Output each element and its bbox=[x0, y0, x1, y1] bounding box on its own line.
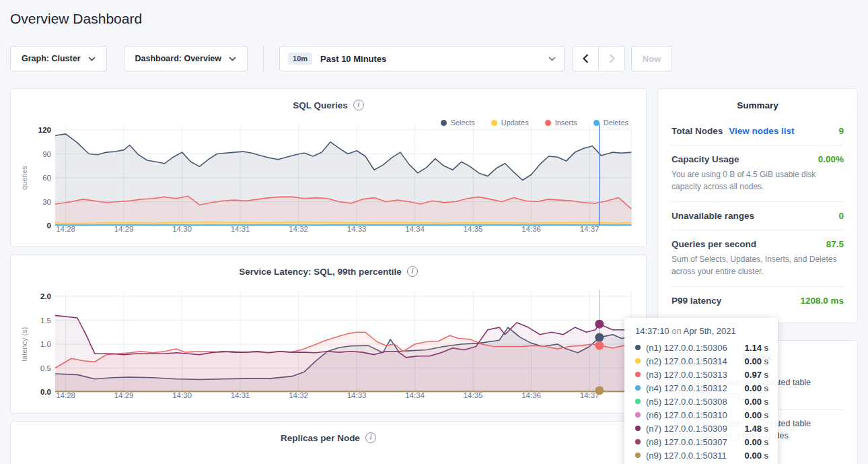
tooltip-row: (n2) 127.0.0.1:503140.00 s bbox=[635, 354, 768, 368]
toolbar-divider bbox=[263, 46, 264, 71]
summary-label: Total Nodes bbox=[672, 126, 723, 136]
svg-text:14:28: 14:28 bbox=[56, 225, 75, 233]
svg-text:14:30: 14:30 bbox=[172, 225, 192, 233]
tooltip-node: (n9) 127.0.0.1:50311 bbox=[646, 451, 739, 461]
tooltip-value: 0.00 s bbox=[745, 356, 768, 366]
tooltip-node: (n4) 127.0.0.1:50312 bbox=[646, 383, 739, 393]
replicas-title-row: Replicas per Node i bbox=[11, 422, 646, 443]
tooltip-node: (n8) 127.0.0.1:50307 bbox=[646, 437, 739, 447]
service-latency-chart[interactable]: 14:2814:2914:3014:3114:3214:3314:3414:35… bbox=[11, 290, 647, 407]
legend-item[interactable]: Selects bbox=[441, 119, 475, 127]
now-button[interactable]: Now bbox=[631, 46, 672, 71]
series-dot bbox=[635, 399, 641, 404]
service-latency-title-row: Service Latency: SQL, 99th percentile i bbox=[11, 255, 646, 277]
summary-label: Queries per second bbox=[672, 239, 756, 249]
info-icon[interactable]: i bbox=[365, 432, 376, 443]
svg-text:14:33: 14:33 bbox=[347, 391, 367, 399]
tooltip-value: 0.00 s bbox=[745, 451, 768, 461]
legend-dot bbox=[545, 120, 551, 126]
page-title: Overview Dashboard bbox=[10, 10, 868, 28]
svg-text:14:31: 14:31 bbox=[231, 391, 250, 399]
chart-title: SQL Queries bbox=[293, 100, 348, 110]
series-dot bbox=[635, 453, 641, 458]
tooltip-node: (n2) 127.0.0.1:50314 bbox=[646, 356, 739, 366]
svg-text:14:32: 14:32 bbox=[289, 391, 308, 399]
svg-text:1.5: 1.5 bbox=[40, 317, 51, 325]
summary-value: 9 bbox=[838, 126, 844, 136]
series-dot bbox=[635, 426, 641, 431]
summary-row-p99-latency: P99 latency 1208.0 ms bbox=[672, 287, 844, 314]
legend-item[interactable]: Inserts bbox=[545, 119, 577, 127]
tooltip-row: (n3) 127.0.0.1:503130.97 s bbox=[635, 368, 768, 381]
time-prev-button[interactable] bbox=[573, 46, 599, 71]
svg-text:14:29: 14:29 bbox=[114, 225, 134, 233]
sql-queries-title-row: SQL Queries i bbox=[11, 89, 646, 110]
info-icon[interactable]: i bbox=[353, 100, 364, 110]
summary-value: 87.5 bbox=[826, 239, 844, 249]
chevron-down-icon bbox=[548, 57, 556, 61]
graph-dropdown[interactable]: Graph: Cluster bbox=[10, 46, 107, 71]
sql-queries-card: SQL Queries i SelectsUpdatesInsertsDelet… bbox=[10, 88, 647, 247]
tooltip-timestamp: 14:37:10 on Apr 5th, 2021 bbox=[635, 326, 768, 336]
svg-text:14:31: 14:31 bbox=[231, 225, 250, 233]
legend-label: Deletes bbox=[604, 119, 628, 127]
view-nodes-list-link[interactable]: View nodes list bbox=[729, 126, 794, 136]
time-next-button[interactable] bbox=[599, 46, 624, 71]
tooltip-value: 1.48 s bbox=[745, 424, 768, 434]
series-dot bbox=[635, 412, 641, 418]
summary-value: 0 bbox=[838, 211, 844, 221]
svg-text:14:34: 14:34 bbox=[405, 225, 425, 233]
tooltip-value: 1.14 s bbox=[745, 343, 768, 353]
svg-text:0.5: 0.5 bbox=[40, 364, 51, 372]
series-dot bbox=[635, 439, 641, 444]
svg-text:14:37: 14:37 bbox=[580, 225, 600, 233]
svg-text:14:32: 14:32 bbox=[289, 225, 308, 233]
toolbar: Graph: Cluster Dashboard: Overview 10m P… bbox=[10, 46, 858, 71]
svg-text:14:35: 14:35 bbox=[464, 225, 483, 233]
svg-text:14:28: 14:28 bbox=[56, 391, 75, 399]
svg-text:queries: queries bbox=[20, 165, 28, 190]
summary-value: 0.00% bbox=[818, 154, 844, 164]
legend-dot bbox=[441, 120, 447, 126]
summary-panel: Summary Total Nodes View nodes list 9 Ca… bbox=[657, 88, 858, 323]
dashboard-dropdown[interactable]: Dashboard: Overview bbox=[124, 46, 248, 71]
sql-queries-chart[interactable]: 14:2814:2914:3014:3114:3214:3314:3414:35… bbox=[11, 123, 647, 241]
series-dot bbox=[635, 345, 641, 350]
svg-text:14:29: 14:29 bbox=[114, 391, 134, 399]
chart-tooltip: 14:37:10 on Apr 5th, 2021 (n1) 127.0.0.1… bbox=[624, 318, 778, 464]
summary-row-unavailable-ranges: Unavailable ranges 0 bbox=[672, 202, 844, 230]
svg-text:60: 60 bbox=[42, 174, 51, 182]
svg-text:14:34: 14:34 bbox=[405, 391, 425, 399]
svg-text:14:36: 14:36 bbox=[521, 225, 541, 233]
tooltip-node: (n6) 127.0.0.1:50310 bbox=[646, 410, 739, 420]
time-range-label: Past 10 Minutes bbox=[320, 54, 540, 64]
chart-title: Service Latency: SQL, 99th percentile bbox=[239, 267, 402, 277]
summary-value: 1208.0 ms bbox=[800, 296, 844, 306]
time-range-dropdown[interactable]: 10m Past 10 Minutes bbox=[279, 46, 565, 71]
chevron-down-icon bbox=[88, 57, 96, 61]
graph-dropdown-label: Graph: Cluster bbox=[22, 54, 81, 63]
tooltip-rows: (n1) 127.0.0.1:503061.14 s(n2) 127.0.0.1… bbox=[635, 341, 768, 462]
time-range-badge: 10m bbox=[288, 53, 312, 65]
legend-label: Selects bbox=[451, 119, 475, 127]
svg-text:0: 0 bbox=[47, 222, 51, 230]
svg-text:14:36: 14:36 bbox=[521, 391, 541, 399]
tooltip-row: (n1) 127.0.0.1:503061.14 s bbox=[635, 341, 768, 354]
service-latency-card: Service Latency: SQL, 99th percentile i … bbox=[10, 255, 647, 413]
svg-text:14:35: 14:35 bbox=[464, 391, 483, 399]
chevron-left-icon bbox=[583, 54, 589, 63]
summary-heading: Summary bbox=[672, 89, 844, 117]
info-icon[interactable]: i bbox=[407, 266, 418, 277]
svg-text:latency (s): latency (s) bbox=[20, 327, 28, 362]
tooltip-value: 0.00 s bbox=[745, 383, 768, 393]
svg-text:14:33: 14:33 bbox=[347, 225, 367, 233]
summary-row-total-nodes: Total Nodes View nodes list 9 bbox=[672, 117, 844, 145]
tooltip-node: (n3) 127.0.0.1:50313 bbox=[646, 370, 739, 380]
tooltip-node: (n1) 127.0.0.1:50306 bbox=[646, 343, 739, 353]
summary-caption: You are using 0 B of 4.5 GiB usable disk… bbox=[672, 168, 844, 193]
svg-text:30: 30 bbox=[42, 198, 51, 206]
legend-item[interactable]: Updates bbox=[491, 119, 529, 127]
legend-item[interactable]: Deletes bbox=[593, 119, 628, 127]
tooltip-value: 0.00 s bbox=[745, 397, 768, 407]
chart-legend: SelectsUpdatesInsertsDeletes bbox=[441, 119, 628, 127]
